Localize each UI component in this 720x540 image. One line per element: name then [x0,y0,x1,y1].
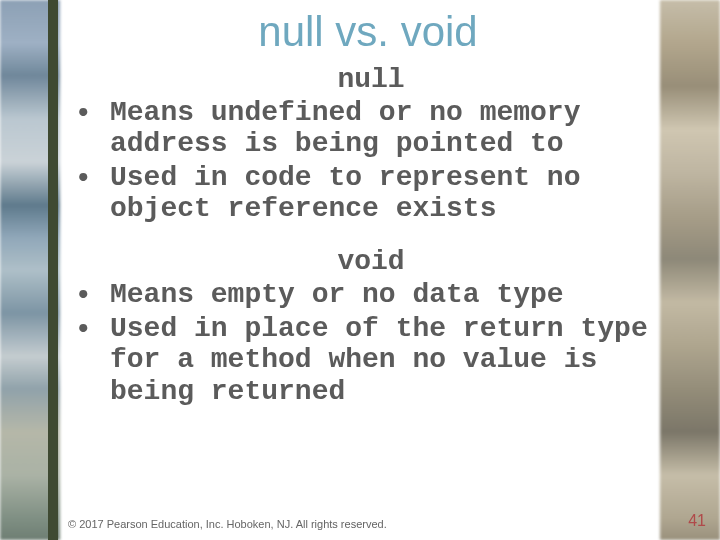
list-item: Used in place of the return type for a m… [76,313,672,407]
list-item: Used in code to represent no object refe… [76,162,672,225]
section-void-heading: void [70,246,672,277]
section-null: null Means undefined or no memory addres… [70,64,672,224]
list-item: Means empty or no data type [76,279,672,310]
section-null-list: Means undefined or no memory address is … [76,97,672,224]
slide: null vs. void null Means undefined or no… [0,0,720,540]
page-title: null vs. void [64,8,672,56]
accent-vertical-bar [48,0,58,540]
section-void: void Means empty or no data type Used in… [70,246,672,406]
page-number: 41 [688,512,706,530]
list-item: Means undefined or no memory address is … [76,97,672,160]
content-area: null vs. void null Means undefined or no… [64,0,672,540]
section-null-heading: null [70,64,672,95]
copyright-footer: © 2017 Pearson Education, Inc. Hoboken, … [68,518,387,530]
section-void-list: Means empty or no data type Used in plac… [76,279,672,406]
